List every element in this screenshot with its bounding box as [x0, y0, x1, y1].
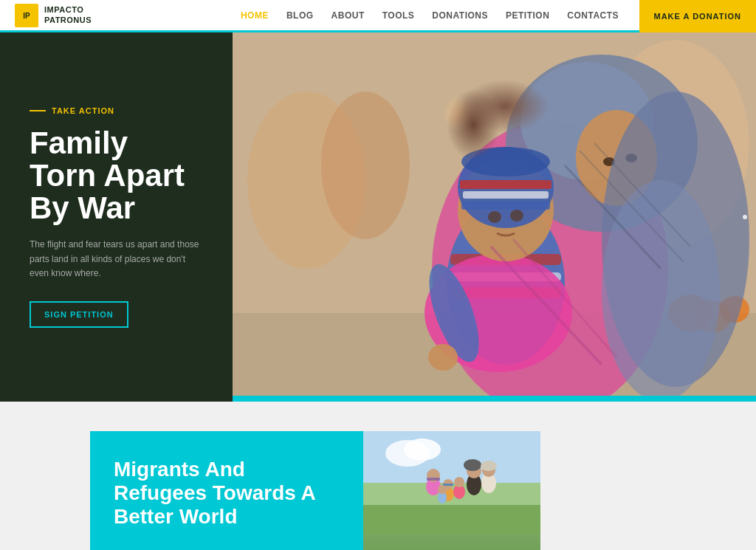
svg-point-24	[458, 158, 554, 261]
svg-point-7	[668, 295, 712, 331]
migrants-card-image	[363, 431, 540, 550]
donate-button[interactable]: MAKE A DONATION	[639, 0, 756, 32]
logo-area: IP IMPACTO PATRONUS	[15, 4, 118, 27]
nav-blog[interactable]: BLOG	[286, 10, 314, 21]
svg-point-17	[602, 180, 720, 402]
take-action-text: TAKE ACTION	[52, 106, 114, 115]
svg-line-35	[580, 151, 683, 261]
svg-point-31	[510, 210, 523, 221]
svg-rect-21	[450, 287, 561, 298]
svg-text:IP: IP	[23, 12, 30, 20]
hero-description: The flight and fear tears us apart and t…	[30, 238, 203, 281]
migrants-card-title: Migrants And Refugees Towards A Better W…	[114, 458, 340, 529]
svg-point-29	[461, 147, 550, 176]
svg-rect-6	[233, 313, 756, 402]
svg-rect-20	[450, 272, 561, 281]
svg-point-11	[506, 55, 698, 232]
svg-point-57	[481, 461, 497, 471]
sign-petition-button[interactable]: SIGN PETITION	[30, 301, 128, 328]
hero-title: Family Torn Apart By War	[30, 127, 203, 224]
hero-photo	[233, 32, 756, 402]
take-action-label: TAKE ACTION	[30, 106, 203, 115]
nav-petition[interactable]: PETITION	[506, 10, 549, 21]
svg-line-38	[513, 239, 616, 357]
cards-row: Migrants And Refugees Towards A Better W…	[46, 431, 710, 550]
svg-rect-19	[450, 254, 561, 265]
logo-text: IMPACTO PATRONUS	[44, 5, 92, 24]
nav-home[interactable]: HOME	[241, 10, 269, 21]
svg-rect-46	[427, 478, 440, 481]
svg-rect-22	[450, 302, 561, 311]
svg-point-3	[247, 92, 365, 269]
migrants-card[interactable]: Migrants And Refugees Towards A Better W…	[90, 431, 363, 550]
cyan-bottom-bar	[233, 396, 756, 402]
svg-rect-43	[363, 505, 540, 534]
svg-point-4	[321, 92, 410, 239]
svg-point-30	[488, 211, 501, 223]
svg-point-13	[576, 110, 657, 206]
nav-contacts[interactable]: CONTACTS	[567, 10, 619, 21]
svg-point-16	[602, 92, 749, 387]
svg-point-5	[602, 40, 749, 247]
nav-tools[interactable]: TOOLS	[382, 10, 415, 21]
svg-point-15	[625, 154, 637, 162]
svg-rect-28	[461, 201, 550, 210]
svg-point-33	[428, 344, 458, 371]
svg-rect-2	[233, 32, 756, 402]
svg-rect-27	[463, 191, 549, 199]
svg-point-12	[520, 62, 653, 180]
svg-point-42	[404, 439, 441, 461]
logo-icon: IP	[15, 4, 38, 27]
hero-image-area	[233, 32, 756, 402]
hero-content: TAKE ACTION Family Torn Apart By War The…	[0, 32, 233, 402]
svg-line-34	[565, 165, 661, 269]
svg-point-32	[419, 258, 489, 368]
svg-point-25	[458, 147, 554, 228]
svg-point-10	[432, 121, 668, 402]
take-action-line	[30, 110, 46, 111]
svg-point-51	[454, 477, 464, 487]
nav-about[interactable]: ABOUT	[331, 10, 365, 21]
svg-rect-49	[443, 484, 453, 486]
svg-point-14	[603, 157, 615, 166]
nav-donations[interactable]: DONATIONS	[432, 10, 488, 21]
svg-line-37	[491, 247, 602, 365]
below-hero-section: Migrants And Refugees Towards A Better W…	[0, 402, 756, 550]
slide-indicator[interactable]	[743, 215, 747, 219]
svg-point-59	[438, 485, 447, 494]
svg-rect-26	[460, 180, 551, 189]
svg-point-23	[425, 254, 572, 372]
svg-point-9	[720, 296, 749, 323]
svg-point-54	[464, 459, 481, 471]
hero-section: TAKE ACTION Family Torn Apart By War The…	[0, 32, 756, 402]
svg-point-18	[447, 202, 565, 365]
svg-point-8	[694, 300, 731, 333]
header: IP IMPACTO PATRONUS HOME BLOG ABOUT TOOL…	[0, 0, 756, 32]
svg-line-36	[594, 143, 690, 247]
